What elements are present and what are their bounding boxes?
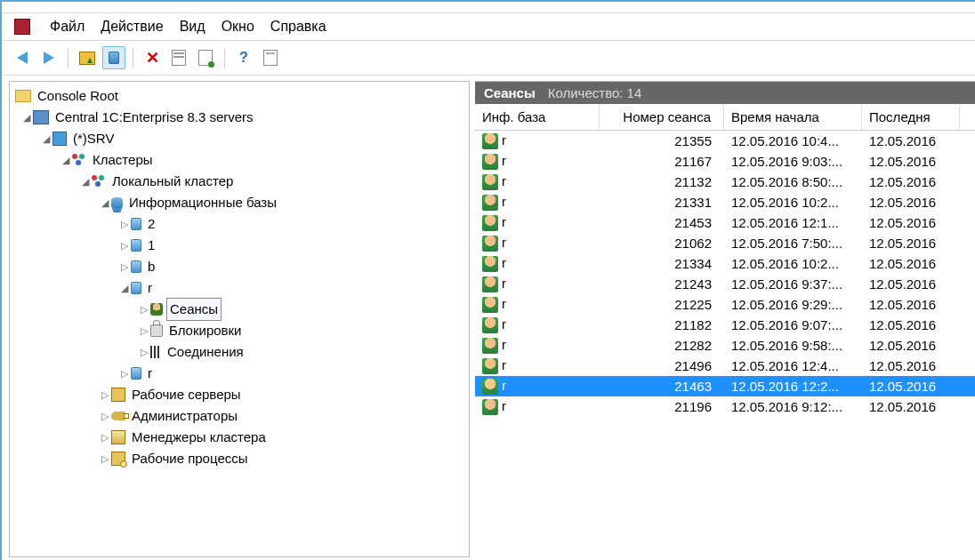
table-row[interactable]: r2133412.05.2016 10:2...12.05.2016 (475, 253, 975, 274)
collapse-icon[interactable]: ◢ (79, 171, 92, 192)
grid-rows[interactable]: r2135512.05.2016 10:4...12.05.2016r21167… (475, 131, 975, 557)
tree-clusters[interactable]: ◢Кластеры (12, 149, 467, 171)
tree-pane[interactable]: Console Root ◢Central 1C:Enterprise 8.3 … (9, 81, 470, 557)
menu-action[interactable]: Действие (101, 19, 163, 35)
tree-label: Администраторы (129, 405, 240, 427)
tree-connections[interactable]: ▷Соединения (12, 341, 467, 363)
cluster-icon (92, 175, 106, 188)
table-row[interactable]: r2145312.05.2016 12:1...12.05.2016 (475, 212, 975, 233)
tree-admins[interactable]: ▷Администраторы (12, 405, 467, 427)
table-row[interactable]: r2128212.05.2016 9:58:...12.05.2016 (475, 335, 975, 356)
user-icon (482, 133, 498, 149)
export-button[interactable] (194, 46, 217, 69)
expand-icon[interactable]: ▷ (118, 363, 131, 384)
table-row[interactable]: r2149612.05.2016 12:4...12.05.2016 (475, 356, 975, 376)
tree-infobases[interactable]: ◢Информационные базы (12, 192, 467, 213)
server-icon (33, 110, 49, 124)
menu-file[interactable]: Файл (50, 19, 85, 35)
tree-local-cluster[interactable]: ◢Локальный кластер (12, 171, 467, 192)
collapse-icon[interactable]: ◢ (99, 192, 111, 213)
tree-label: Менеджеры кластера (129, 427, 269, 448)
table-row[interactable]: r2122512.05.2016 9:29:...12.05.2016 (475, 294, 975, 315)
expand-icon[interactable]: ▷ (99, 427, 111, 448)
work-servers-icon (111, 388, 125, 402)
collapse-icon[interactable]: ◢ (118, 277, 131, 299)
database-icon (131, 218, 141, 230)
database-icon (131, 367, 141, 380)
tree-db[interactable]: ▷2 (12, 213, 467, 235)
expand-icon[interactable]: ▷ (118, 213, 131, 235)
separator (224, 48, 225, 68)
export-icon (198, 50, 213, 66)
tree-label: Информационные базы (126, 192, 279, 213)
user-icon (482, 297, 498, 313)
separator (68, 48, 68, 68)
collapse-icon[interactable]: ◢ (60, 149, 72, 171)
expand-icon[interactable]: ▷ (138, 320, 150, 341)
menubar: Файл Действие Вид Окно Справка (2, 13, 975, 40)
show-tree-button[interactable] (102, 46, 125, 69)
separator (133, 48, 133, 68)
menu-view[interactable]: Вид (180, 19, 205, 35)
delete-button[interactable]: ✕ (141, 46, 164, 69)
tree-db[interactable]: ▷b (12, 256, 467, 277)
tree-db-r[interactable]: ◢r (12, 277, 467, 299)
forward-button[interactable] (37, 46, 60, 69)
user-icon (482, 358, 498, 374)
col-infobase[interactable]: Инф. база (475, 104, 600, 130)
col-start-time[interactable]: Время начала (724, 104, 862, 130)
tree-db[interactable]: ▷r (12, 363, 467, 384)
table-row[interactable]: r2118212.05.2016 9:07:...12.05.2016 (475, 315, 975, 335)
expand-icon[interactable]: ▷ (138, 341, 150, 363)
tree-db[interactable]: ▷1 (12, 235, 467, 256)
table-row[interactable]: r2116712.05.2016 9:03:...12.05.2016 (475, 151, 975, 172)
collapse-icon[interactable]: ◢ (40, 128, 52, 149)
expand-icon[interactable]: ▷ (99, 448, 111, 469)
up-button[interactable] (76, 46, 99, 69)
user-icon (482, 174, 498, 190)
options-button[interactable] (259, 46, 282, 69)
tree-root[interactable]: Console Root (12, 85, 467, 107)
database-icon (131, 282, 141, 294)
tree-sessions[interactable]: ▷Сеансы (12, 299, 467, 320)
menu-help[interactable]: Справка (270, 19, 326, 35)
list-count: Количество: 14 (548, 85, 642, 100)
tree-locks[interactable]: ▷Блокировки (12, 320, 467, 341)
tree-label: Рабочие серверы (129, 384, 244, 405)
tree-label: Соединения (165, 341, 246, 363)
expand-icon[interactable]: ▷ (99, 405, 111, 427)
tree-workservers[interactable]: ▷Рабочие серверы (12, 384, 467, 405)
admins-icon (111, 412, 125, 420)
user-icon (482, 379, 498, 395)
table-row[interactable]: r2106212.05.2016 7:50:...12.05.2016 (475, 233, 975, 253)
user-icon (482, 154, 498, 170)
tree-srv[interactable]: ◢(*)SRV (12, 128, 467, 149)
connections-icon (150, 346, 161, 358)
col-session-num[interactable]: Номер сеанса (600, 104, 724, 130)
table-row[interactable]: r2133112.05.2016 10:2...12.05.2016 (475, 192, 975, 212)
properties-button[interactable] (167, 46, 190, 69)
menu-window[interactable]: Окно (222, 19, 254, 35)
help-button[interactable]: ? (232, 46, 255, 69)
table-row[interactable]: r2119612.05.2016 9:12:...12.05.2016 (475, 396, 975, 417)
expand-icon[interactable]: ▷ (118, 235, 131, 256)
expand-icon[interactable]: ▷ (138, 299, 150, 320)
table-row[interactable]: r2146312.05.2016 12:2...12.05.2016 (475, 376, 975, 396)
tree-central[interactable]: ◢Central 1C:Enterprise 8.3 servers (12, 107, 467, 128)
tree-processes[interactable]: ▷Рабочие процессы (12, 448, 467, 469)
tree-label: r (145, 363, 155, 384)
col-last[interactable]: Последня (862, 104, 960, 130)
expand-icon[interactable]: ▷ (118, 256, 131, 277)
user-icon (482, 338, 498, 354)
server-node-icon (52, 132, 67, 146)
content: Console Root ◢Central 1C:Enterprise 8.3 … (2, 76, 975, 557)
table-row[interactable]: r2113212.05.2016 8:50:...12.05.2016 (475, 172, 975, 192)
collapse-icon[interactable]: ◢ (20, 107, 33, 128)
back-button[interactable] (11, 46, 34, 69)
user-icon (482, 256, 498, 272)
expand-icon[interactable]: ▷ (99, 384, 111, 405)
tree-managers[interactable]: ▷Менеджеры кластера (12, 427, 467, 448)
delete-x-icon: ✕ (146, 48, 159, 68)
table-row[interactable]: r2124312.05.2016 9:37:...12.05.2016 (475, 274, 975, 294)
table-row[interactable]: r2135512.05.2016 10:4...12.05.2016 (475, 131, 975, 151)
